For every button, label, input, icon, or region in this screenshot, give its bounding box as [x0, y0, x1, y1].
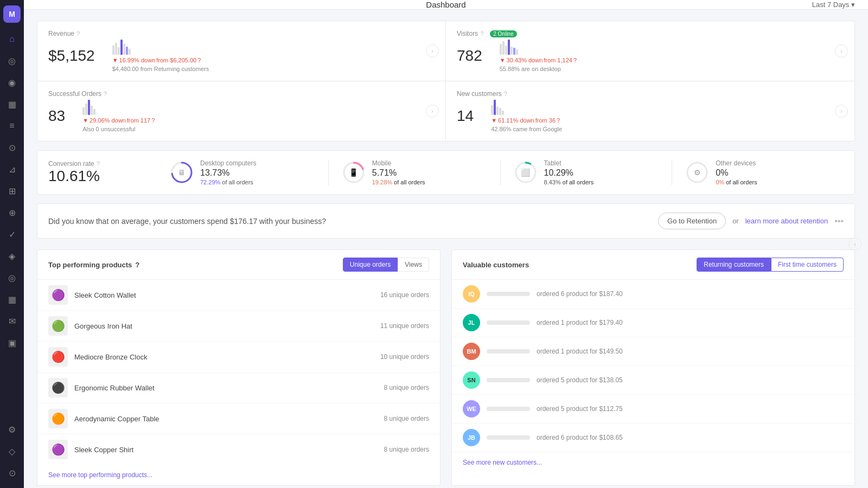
date-range-selector[interactable]: Last 7 Days ▾ — [812, 1, 855, 9]
conversion-card: Conversion rate ? 10.61% 🖥 — [37, 150, 855, 195]
new-customers-chart — [491, 100, 844, 115]
sidebar-item-reports[interactable]: ▦ — [2, 290, 22, 309]
visitors-value: 782 — [457, 47, 482, 65]
sidebar-item-email[interactable]: ✉ — [2, 311, 22, 331]
orders-nav-button[interactable]: › — [426, 105, 439, 118]
desktop-percent: 13.73% — [200, 168, 256, 178]
desktop-icon: 🖥 — [178, 168, 186, 177]
revenue-change-help[interactable]: ? — [197, 57, 201, 63]
tablet-percent: 10.29% — [544, 168, 594, 178]
sidebar-item-settings[interactable]: ⚙ — [2, 420, 22, 439]
product-name: Sleek Cotton Wallet — [74, 291, 374, 299]
product-name: Aerodynamic Copper Table — [74, 415, 378, 423]
avatar: JL — [463, 314, 480, 331]
sidebar-item-box[interactable]: ▣ — [2, 333, 22, 352]
orders-card: Successful Orders ? 83 — [37, 81, 446, 141]
revenue-change: ▼ 16.99% down from $6,205.00 ? — [112, 57, 201, 63]
product-orders: 8 unique orders — [384, 446, 429, 453]
top-products-help-icon[interactable]: ? — [135, 261, 139, 269]
sidebar-item-clock[interactable]: ⊙ — [2, 138, 22, 157]
other-percent: 0% — [716, 168, 757, 178]
customer-name-bar — [487, 435, 530, 440]
tablet-icon: ⬜ — [521, 168, 530, 177]
product-name: Ergonomic Rubber Wallet — [74, 384, 378, 392]
tab-views[interactable]: Views — [398, 258, 429, 272]
new-customers-change: ▼ 61.11% down from 36 ? — [491, 117, 560, 124]
tablet-progress-circle: ⬜ — [514, 160, 538, 184]
customer-name-bar — [487, 349, 530, 354]
revenue-nav-button[interactable]: › — [426, 44, 439, 57]
top-products-title: Top performing products — [48, 261, 132, 269]
learn-more-retention-link[interactable]: learn more about retention — [745, 217, 828, 225]
customer-order: ordered 6 product for $108.65 — [537, 434, 623, 441]
new-customers-change-help[interactable]: ? — [557, 117, 560, 124]
sidebar-item-bubble[interactable]: ◎ — [2, 268, 22, 287]
sidebar-item-bookmark[interactable]: ◈ — [2, 246, 22, 266]
list-item: ⚫ Ergonomic Rubber Wallet 8 unique order… — [37, 373, 440, 403]
tablet-sub: 8.43% of all orders — [544, 179, 594, 185]
list-item: 🟠 Aerodynamic Copper Table 8 unique orde… — [37, 403, 440, 434]
see-more-customers-link[interactable]: See more new customers... — [452, 452, 854, 473]
new-customers-help-icon[interactable]: ? — [504, 91, 507, 97]
orders-change-help[interactable]: ? — [151, 117, 155, 124]
orders-chart — [82, 100, 435, 115]
sidebar-item-filter[interactable]: ⊿ — [2, 159, 22, 179]
conversion-help-icon[interactable]: ? — [97, 160, 100, 167]
revenue-help-icon[interactable]: ? — [76, 30, 80, 37]
sidebar-item-chart[interactable]: ▦ — [2, 94, 22, 114]
top-products-list: 🟣 Sleek Cotton Wallet 16 unique orders 🟢… — [37, 280, 440, 465]
header: Dashboard Last 7 Days ▾ — [24, 0, 868, 10]
customer-order: ordered 5 product for $112.75 — [537, 405, 623, 413]
new-customers-card: New customers ? 14 ▼ 61 — [446, 81, 854, 141]
revenue-label: Revenue — [48, 30, 74, 37]
sidebar-item-home[interactable]: ⌂ — [2, 29, 22, 49]
tab-first-time-customers[interactable]: First time customers — [771, 258, 844, 272]
valuable-customers-header: Valuable customers Returning customers F… — [452, 250, 854, 280]
device-mobile: 📱 Mobile 5.71% 19.28% of all orders — [329, 159, 501, 185]
sidebar: M ⌂ ◎ ◉ ▦ ≡ ⊙ ⊿ ⊞ ⊕ ✓ ◈ ◎ ▦ ✉ ▣ ⚙ ◇ ⊙ — [0, 0, 24, 488]
sidebar-item-profile[interactable]: ⊙ — [2, 463, 22, 483]
list-item: 🔴 Mediocre Bronze Clock 10 unique orders — [37, 342, 440, 373]
valuable-customers-title: Valuable customers — [463, 261, 529, 269]
product-icon: 🟠 — [48, 409, 68, 428]
retention-link-prefix: or — [732, 217, 739, 225]
visitors-change-help[interactable]: ? — [573, 57, 577, 63]
sidebar-logo: M — [3, 5, 21, 23]
sidebar-item-tag[interactable]: ⊞ — [2, 181, 22, 201]
product-icon: ⚫ — [48, 378, 68, 397]
see-more-products-link[interactable]: See more top performing products... — [37, 465, 440, 485]
other-icon: ⚙ — [694, 168, 701, 177]
customer-order: ordered 5 product for $138.05 — [537, 376, 623, 384]
sidebar-item-layers[interactable]: ≡ — [2, 116, 22, 136]
list-item: 🟢 Gorgeous Iron Hat 11 unique orders — [37, 311, 440, 342]
desktop-label: Desktop computers — [200, 159, 256, 167]
sidebar-item-check[interactable]: ✓ — [2, 224, 22, 244]
revenue-card: Revenue ? $5,152 — [37, 21, 446, 81]
visitors-nav-button[interactable]: › — [835, 44, 848, 57]
visitors-change: ▼ 30.43% down from 1,124 ? — [500, 57, 577, 63]
sidebar-item-analytics[interactable]: ◎ — [2, 51, 22, 70]
more-options-icon[interactable]: ••• — [834, 216, 844, 226]
visitors-help-icon[interactable]: ? — [480, 30, 483, 37]
orders-help-icon[interactable]: ? — [104, 91, 107, 97]
customer-order: ordered 1 product for $149.50 — [537, 348, 623, 355]
list-item: JL ordered 1 product for $179.40 — [452, 309, 854, 337]
device-tablet: ⬜ Tablet 10.29% 8.43% of all orders — [501, 159, 673, 185]
sidebar-item-shield[interactable]: ◇ — [2, 441, 22, 461]
customer-order: ordered 1 product for $179.40 — [537, 319, 623, 326]
customer-order: ordered 6 product for $187.40 — [537, 290, 623, 298]
orders-change: ▼ 29.06% down from 117 ? — [82, 117, 155, 124]
conversion-devices: 🖥 Desktop computers 13.73% 72.29% of all… — [157, 159, 844, 185]
go-to-retention-button[interactable]: Go to Retention — [658, 213, 726, 229]
desktop-sub: 72.29% of all orders — [200, 179, 256, 185]
top-products-tabs: Unique orders Views — [343, 258, 429, 272]
sidebar-item-eye[interactable]: ◉ — [2, 73, 22, 92]
new-customers-nav-button[interactable]: › — [835, 105, 848, 118]
product-orders: 8 unique orders — [384, 384, 429, 391]
conversion-nav-button[interactable]: › — [848, 237, 861, 251]
tab-returning-customers[interactable]: Returning customers — [697, 258, 771, 272]
new-customers-value: 14 — [457, 107, 474, 125]
tab-unique-orders[interactable]: Unique orders — [343, 258, 398, 272]
sidebar-item-user[interactable]: ⊕ — [2, 203, 22, 222]
avatar: JB — [463, 429, 480, 446]
